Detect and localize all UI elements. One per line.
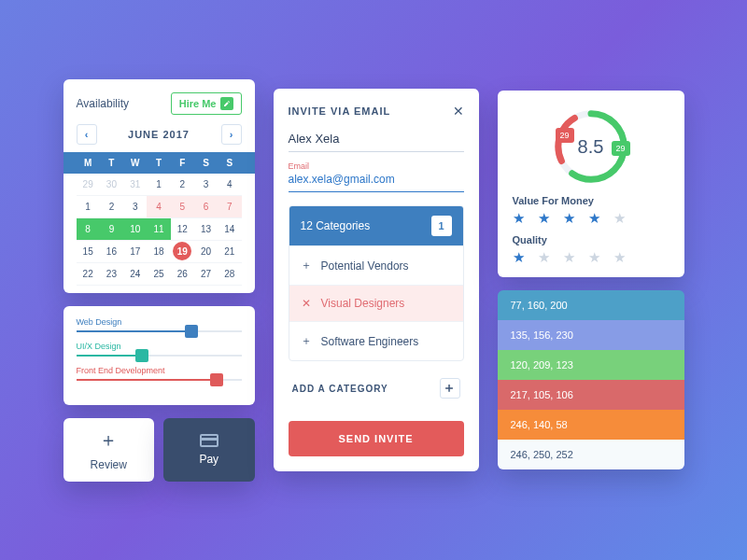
score-ring: 8.5 29 29 [513, 105, 669, 188]
slider-label: UI/X Design [77, 342, 242, 351]
star-icon[interactable]: ★ [613, 210, 626, 227]
color-swatch[interactable]: 120, 209, 123 [498, 350, 684, 380]
color-swatch[interactable]: 135, 156, 230 [498, 320, 684, 350]
calendar-day[interactable]: 5 [171, 196, 194, 218]
calendar-day[interactable]: 8 [77, 218, 100, 241]
calendar-day[interactable]: 29 [77, 174, 100, 196]
star-icon[interactable]: ★ [513, 210, 525, 227]
calendar-grid: 2930311234123456789101112131415161718192… [77, 174, 242, 286]
star-icon[interactable]: ★ [538, 210, 550, 227]
rating-label: Value For Money [513, 195, 669, 206]
review-button[interactable]: ＋ Review [63, 418, 155, 482]
plus-icon: ＋ [440, 378, 460, 399]
invite-card: INVITE VIA EMAIL ✕ Alex Xela Email alex.… [274, 89, 479, 471]
calendar-day[interactable]: 3 [194, 174, 218, 196]
calendar-day[interactable]: 22 [77, 263, 100, 286]
prev-month-button[interactable]: ‹ [77, 124, 97, 145]
calendar-day[interactable]: 15 [77, 241, 100, 263]
skill-slider[interactable]: UI/X Design [77, 342, 242, 357]
calendar-day[interactable]: 30 [100, 174, 123, 196]
calendar-day[interactable]: 14 [218, 218, 241, 241]
calendar-day[interactable]: 20 [194, 241, 218, 263]
calendar-day[interactable]: 12 [171, 218, 194, 241]
calendar-card: Availability Hire Me ‹ JUNE 2017 › MTWTF… [63, 79, 255, 293]
star-icon[interactable]: ★ [563, 249, 575, 266]
calendar-day[interactable]: 10 [123, 218, 147, 241]
calendar-day[interactable]: 25 [147, 263, 170, 286]
category-label: Software Engineers [321, 335, 419, 348]
slider-knob[interactable] [210, 373, 223, 386]
pay-button[interactable]: Pay [163, 418, 255, 482]
add-icon: ＋ [301, 258, 312, 273]
color-swatch[interactable]: 217, 105, 106 [498, 380, 684, 410]
star-icon[interactable]: ★ [613, 249, 626, 266]
color-swatch[interactable]: 246, 140, 58 [498, 410, 684, 440]
calendar-day[interactable]: 4 [147, 196, 170, 218]
calendar-day[interactable]: 27 [194, 263, 218, 286]
remove-icon: ✕ [301, 297, 312, 310]
calendar-day[interactable]: 21 [218, 241, 241, 263]
calendar-day[interactable]: 4 [218, 174, 241, 196]
category-row[interactable]: ✕Visual Designers [289, 285, 463, 321]
calendar-day[interactable]: 24 [123, 263, 147, 286]
calendar-day[interactable]: 19 [171, 241, 194, 263]
color-swatches-card: 77, 160, 200135, 156, 230120, 209, 12321… [498, 290, 684, 469]
rating-label: Quality [513, 234, 669, 245]
selected-count-badge: 1 [431, 216, 452, 236]
add-category-label: ADD A CATEGORY [292, 384, 388, 394]
calendar-day[interactable]: 9 [100, 218, 123, 241]
calendar-day[interactable]: 31 [123, 174, 147, 196]
calendar-day[interactable]: 28 [218, 263, 241, 286]
calendar-day[interactable]: 23 [100, 263, 123, 286]
category-row[interactable]: ＋Software Engineers [289, 321, 463, 360]
calendar-day[interactable]: 26 [171, 263, 194, 286]
calendar-day[interactable]: 7 [218, 196, 241, 218]
score-chip-red: 29 [556, 128, 574, 143]
categories-count-label: 12 Categories [301, 219, 371, 232]
slider-knob[interactable] [135, 349, 148, 362]
calendar-day[interactable]: 2 [100, 196, 123, 218]
category-row[interactable]: ＋Potential Vendors [289, 245, 463, 285]
rating-stars[interactable]: ★★★★★ [513, 210, 669, 227]
star-icon[interactable]: ★ [588, 210, 600, 227]
hire-me-button[interactable]: Hire Me [171, 92, 242, 115]
close-icon[interactable]: ✕ [453, 104, 464, 119]
skill-slider[interactable]: Web Design [77, 317, 242, 332]
calendar-day[interactable]: 18 [147, 241, 170, 263]
rating-stars[interactable]: ★★★★★ [513, 249, 669, 266]
calendar-day[interactable]: 3 [123, 196, 147, 218]
calendar-day[interactable]: 11 [147, 218, 170, 241]
invite-title: INVITE VIA EMAIL [289, 105, 391, 117]
color-swatch[interactable]: 77, 160, 200 [498, 290, 684, 320]
star-icon[interactable]: ★ [563, 210, 575, 227]
calendar-day[interactable]: 1 [147, 174, 170, 196]
email-label: Email [289, 161, 464, 171]
star-icon[interactable]: ★ [513, 249, 525, 266]
star-icon[interactable]: ★ [588, 249, 600, 266]
color-swatch[interactable]: 246, 250, 252 [498, 440, 684, 469]
next-month-button[interactable]: › [221, 124, 242, 145]
calendar-day[interactable]: 6 [194, 196, 218, 218]
category-label: Visual Designers [321, 297, 405, 310]
calendar-day[interactable]: 17 [123, 241, 147, 263]
category-label: Potential Vendors [321, 259, 409, 273]
calendar-day[interactable]: 2 [171, 174, 194, 196]
star-icon[interactable]: ★ [538, 249, 550, 266]
calendar-day[interactable]: 13 [194, 218, 218, 241]
availability-label: Availability [77, 97, 129, 110]
calendar-day[interactable]: 1 [77, 196, 100, 218]
calendar-day[interactable]: 16 [100, 241, 123, 263]
slider-knob[interactable] [185, 325, 198, 338]
add-icon: ＋ [301, 333, 312, 349]
score-value: 8.5 [578, 136, 604, 158]
skill-slider[interactable]: Front End Development [77, 366, 242, 381]
month-label: JUNE 2017 [128, 129, 190, 140]
card-icon [200, 434, 218, 447]
edit-icon [220, 97, 233, 110]
send-invite-button[interactable]: SEND INVITE [289, 421, 464, 456]
rating-card: 8.5 29 29 Value For Money★★★★★Quality★★★… [498, 91, 684, 277]
name-input[interactable]: Alex Xela [289, 128, 464, 152]
pay-label: Pay [199, 453, 218, 466]
add-category-button[interactable]: ADD A CATEGORY ＋ [289, 369, 464, 408]
email-input[interactable]: alex.xela@gmail.com [289, 173, 464, 192]
